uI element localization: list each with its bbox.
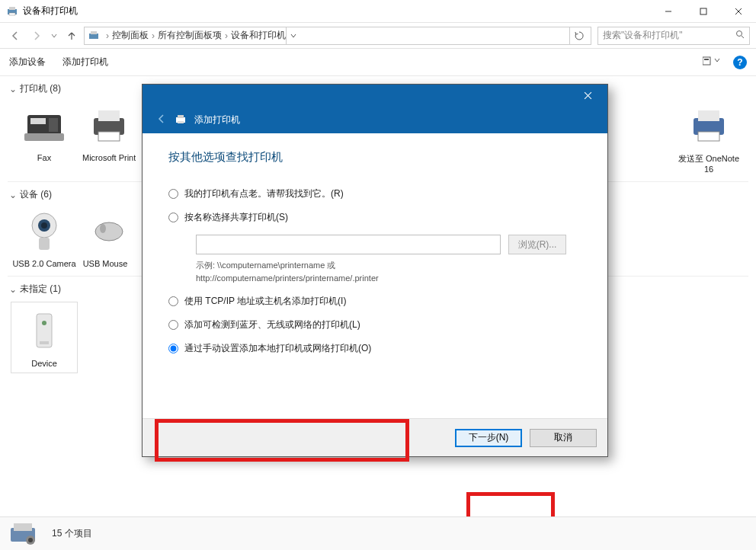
address-dropdown[interactable] (286, 27, 300, 44)
svg-rect-31 (40, 341, 49, 344)
option-bluetooth[interactable]: 添加可检测到蓝牙、无线或网络的打印机(L) (168, 318, 581, 331)
printer-item[interactable]: 发送至 OneNote 16 (675, 101, 742, 174)
address-bar-row: › 控制面板 › 所有控制面板项 › 设备和打印机 搜索"设备和打印机" (0, 23, 756, 49)
search-icon (735, 30, 745, 41)
recent-dropdown[interactable] (49, 27, 59, 45)
radio-bt[interactable] (168, 320, 178, 330)
svg-rect-4 (700, 8, 706, 14)
device-label: 发送至 OneNote 16 (675, 153, 742, 174)
option-label: 使用 TCP/IP 地址或主机名添加打印机(I) (184, 295, 346, 308)
option-tcpip[interactable]: 使用 TCP/IP 地址或主机名添加打印机(I) (168, 295, 581, 308)
device-label: Microsoft Print to PDF (82, 153, 136, 162)
svg-rect-38 (14, 523, 32, 531)
dialog-heading: 按其他选项查找打印机 (168, 150, 581, 165)
option-manual[interactable]: 通过手动设置添加本地打印机或网络打印机(O) (168, 342, 581, 355)
radio-shared[interactable] (168, 213, 178, 222)
generic-device-icon (20, 307, 69, 356)
svg-rect-19 (98, 132, 120, 141)
search-input[interactable]: 搜索"设备和打印机" (597, 27, 750, 45)
svg-rect-8 (91, 31, 97, 34)
dialog-footer: 下一步(N) 取消 (143, 418, 607, 456)
help-icon[interactable]: ? (733, 56, 747, 69)
annotation-highlight (466, 492, 555, 516)
option-label: 通过手动设置添加本地打印机或网络打印机(O) (184, 342, 371, 355)
add-printer-dialog: 添加打印机 按其他选项查找打印机 我的打印机有点老。请帮我找到它。(R) 按名称… (142, 84, 608, 457)
devices-icon (8, 522, 38, 546)
add-device-button[interactable]: 添加设备 (9, 56, 46, 69)
svg-rect-26 (39, 238, 50, 250)
svg-rect-7 (89, 34, 98, 39)
crumb-1[interactable]: 控制面板 (112, 29, 149, 42)
option-shared-name[interactable]: 按名称选择共享打印机(S) (168, 211, 581, 224)
window-title: 设备和打印机 (23, 5, 78, 18)
option-older-printer[interactable]: 我的打印机有点老。请帮我找到它。(R) (168, 187, 581, 200)
device-item[interactable]: USB Mouse (82, 207, 128, 268)
device-item[interactable]: Device (11, 302, 78, 373)
cancel-button[interactable]: 取消 (530, 429, 597, 447)
svg-rect-14 (30, 118, 46, 124)
svg-point-30 (42, 321, 46, 325)
camera-icon (20, 207, 69, 256)
svg-point-9 (737, 31, 742, 37)
search-placeholder: 搜索"设备和打印机" (603, 29, 683, 42)
option-label: 我的打印机有点老。请帮我找到它。(R) (184, 187, 344, 200)
browse-button[interactable]: 浏览(R)... (508, 235, 566, 254)
dialog-close-button[interactable] (572, 85, 603, 105)
mouse-icon (82, 207, 131, 256)
crumb-3[interactable]: 设备和打印机 (231, 29, 286, 42)
view-options-button[interactable] (703, 56, 721, 69)
crumb-2[interactable]: 所有控制面板项 (158, 29, 222, 42)
devices-printers-icon (6, 5, 18, 18)
printer-item[interactable]: Fax (11, 101, 78, 174)
command-bar: 添加设备 添加打印机 ? (0, 49, 756, 76)
add-printer-button[interactable]: 添加打印机 (62, 56, 108, 69)
radio-tcpip[interactable] (168, 296, 178, 306)
printer-item[interactable]: Microsoft Print to PDF (82, 101, 136, 174)
window-titlebar: 设备和打印机 (0, 0, 756, 23)
device-label: USB Mouse (82, 259, 128, 268)
printer-icon (85, 101, 133, 150)
printer-icon (684, 101, 733, 150)
option-label: 添加可检测到蓝牙、无线或网络的打印机(L) (184, 318, 360, 331)
dialog-titlebar (143, 85, 607, 106)
unspecified-label: 未指定 (1) (20, 283, 61, 296)
svg-line-10 (742, 36, 744, 38)
radio-manual[interactable] (168, 344, 178, 353)
close-button[interactable] (721, 0, 756, 23)
chevron-down-icon: ⌄ (9, 284, 17, 295)
address-bar[interactable]: › 控制面板 › 所有控制面板项 › 设备和打印机 (84, 27, 591, 45)
svg-point-27 (95, 222, 123, 241)
option-label: 按名称选择共享打印机(S) (184, 211, 288, 224)
printers-label: 打印机 (8) (20, 82, 61, 95)
example-text: 示例: \\computername\printername 或 http://… (196, 259, 581, 284)
back-button[interactable] (6, 27, 24, 45)
device-label: Fax (11, 153, 78, 162)
forward-button[interactable] (27, 27, 46, 45)
refresh-button[interactable] (569, 27, 588, 44)
shared-name-input[interactable] (196, 235, 501, 254)
chevron-down-icon: ⌄ (9, 84, 17, 94)
device-label: Device (11, 359, 77, 368)
dialog-back-button[interactable] (156, 114, 167, 126)
up-button[interactable] (62, 27, 81, 45)
svg-rect-2 (9, 13, 15, 15)
chevron-down-icon: ⌄ (9, 190, 17, 200)
minimize-button[interactable] (651, 0, 686, 23)
svg-point-28 (100, 224, 106, 233)
location-icon (88, 30, 100, 42)
radio-older[interactable] (168, 189, 178, 199)
dialog-title: 添加打印机 (194, 114, 240, 126)
svg-rect-12 (704, 59, 709, 60)
svg-rect-18 (98, 110, 120, 121)
item-count: 15 个项目 (52, 527, 92, 540)
device-item[interactable]: USB 2.0 Camera (11, 207, 78, 268)
svg-rect-36 (178, 121, 184, 123)
dialog-header: 添加打印机 (143, 106, 607, 133)
maximize-button[interactable] (686, 0, 721, 23)
svg-rect-21 (698, 110, 719, 121)
svg-rect-15 (49, 118, 58, 132)
next-button[interactable]: 下一步(N) (455, 429, 522, 447)
svg-rect-35 (178, 115, 184, 118)
svg-rect-22 (698, 132, 719, 141)
svg-rect-16 (24, 133, 64, 141)
